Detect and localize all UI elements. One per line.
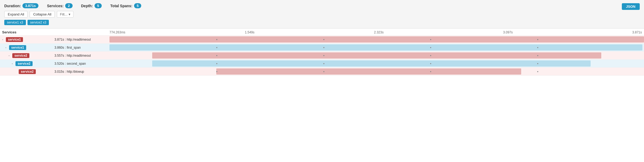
timeline-dot xyxy=(537,47,538,48)
header-stats: Duration: 3.871s Services: 2 Depth: 5 To… xyxy=(4,3,622,8)
timeline-dot xyxy=(216,47,217,48)
timeline-container: Services 774.263ms 1.549s 2.323s 3.097s … xyxy=(0,29,644,76)
collapse-all-button[interactable]: Collapse All xyxy=(30,11,55,18)
collapse-icon[interactable]: - xyxy=(5,46,8,49)
scale-mark-4: 3.871s xyxy=(632,30,642,34)
timeline-dot xyxy=(537,71,538,72)
timeline-dot xyxy=(216,55,217,56)
service-label: service1 xyxy=(6,37,23,42)
filter-label: Filt... xyxy=(60,12,67,16)
service2-tag[interactable]: service2 x3 xyxy=(28,20,49,25)
duration-badge: 3.871s xyxy=(22,3,38,8)
total-spans-stat: Total Spans: 5 xyxy=(110,3,141,8)
duration-stat: Duration: 3.871s xyxy=(4,3,38,8)
span-service-cell: -service2 xyxy=(0,60,53,67)
span-bar-cell xyxy=(109,44,644,51)
span-row[interactable]: service23.015s : http:/blowup xyxy=(0,68,644,76)
timeline-dot xyxy=(430,71,431,72)
service-label: service2 xyxy=(12,53,29,58)
timeline-dot xyxy=(537,39,538,40)
span-bar-cell xyxy=(109,68,644,75)
chevron-down-icon: ▾ xyxy=(69,12,70,16)
service1-tag[interactable]: service1 x3 xyxy=(4,20,26,25)
timeline-dot xyxy=(537,55,538,56)
depth-badge: 5 xyxy=(95,3,102,8)
timeline-dot xyxy=(216,71,217,72)
services-column-header: Services xyxy=(0,30,53,34)
header-actions: Expand All Collapse All Filt... ▾ xyxy=(4,11,622,18)
timeline-dot xyxy=(323,55,324,56)
scale-mark-0: 774.263ms xyxy=(109,30,125,34)
service-label: service2 xyxy=(19,69,36,74)
span-bar xyxy=(216,68,521,75)
span-name-cell: 3.860s : first_span xyxy=(53,44,109,51)
depth-label: Depth: xyxy=(81,4,93,8)
json-button[interactable]: JSON xyxy=(622,3,640,10)
span-row[interactable]: -service23.557s : http:/readtimeout xyxy=(0,52,644,60)
total-spans-badge: 5 xyxy=(134,3,141,8)
total-spans-label: Total Spans: xyxy=(110,4,132,8)
scale-mark-1: 1.549s xyxy=(245,30,254,34)
span-bar xyxy=(109,44,642,51)
span-bar-cell xyxy=(109,52,644,59)
collapse-icon[interactable]: - xyxy=(2,38,5,41)
span-name-cell: 3.871s : http:/readtimeout xyxy=(53,36,109,43)
timeline-dot xyxy=(216,63,217,64)
services-label: Services: xyxy=(47,4,64,8)
span-service-cell: -service1 xyxy=(0,36,53,43)
depth-stat: Depth: 5 xyxy=(81,3,102,8)
timeline-dot xyxy=(430,63,431,64)
span-bar-cell xyxy=(109,60,644,67)
span-service-cell: service2 xyxy=(0,68,53,75)
timeline-dot xyxy=(323,47,324,48)
span-rows: -service13.871s : http:/readtimeout-serv… xyxy=(0,36,644,76)
timeline-dot xyxy=(430,55,431,56)
span-service-cell: -service1 xyxy=(0,44,53,51)
span-bar xyxy=(152,60,591,67)
timeline-dot xyxy=(216,39,217,40)
timeline-dot xyxy=(430,47,431,48)
span-name-cell: 3.520s : second_span xyxy=(53,60,109,67)
scale-mark-3: 3.097s xyxy=(503,30,513,34)
span-name-cell: 3.557s : http:/readtimeout xyxy=(53,52,109,59)
timeline-dot xyxy=(323,71,324,72)
span-bar xyxy=(152,52,601,59)
filter-button[interactable]: Filt... ▾ xyxy=(57,11,73,18)
span-service-cell: -service2 xyxy=(0,52,53,59)
span-bar xyxy=(109,36,644,43)
header-bar: Duration: 3.871s Services: 2 Depth: 5 To… xyxy=(0,0,644,29)
expand-all-button[interactable]: Expand All xyxy=(4,11,28,18)
duration-label: Duration: xyxy=(4,4,21,8)
service-tags: service1 x3 service2 x3 xyxy=(4,20,622,25)
span-row[interactable]: -service13.871s : http:/readtimeout xyxy=(0,36,644,44)
timeline-dot xyxy=(537,63,538,64)
timeline-dot xyxy=(323,63,324,64)
span-bar-cell xyxy=(109,36,644,43)
timeline-dot xyxy=(430,39,431,40)
service-label: service2 xyxy=(15,61,33,66)
timeline-header: Services 774.263ms 1.549s 2.323s 3.097s … xyxy=(0,29,644,36)
services-stat: Services: 2 xyxy=(47,3,73,8)
span-row[interactable]: -service23.520s : second_span xyxy=(0,60,644,68)
scale-mark-2: 2.323s xyxy=(374,30,384,34)
collapse-icon[interactable]: - xyxy=(12,62,14,65)
services-badge: 2 xyxy=(65,3,72,8)
span-name-cell: 3.015s : http:/blowup xyxy=(53,68,109,75)
service-label: service1 xyxy=(9,45,26,50)
collapse-icon[interactable]: - xyxy=(9,54,11,57)
timeline-dot xyxy=(323,39,324,40)
timeline-scale: 774.263ms 1.549s 2.323s 3.097s 3.871s xyxy=(109,30,644,34)
span-row[interactable]: -service13.860s : first_span xyxy=(0,44,644,52)
